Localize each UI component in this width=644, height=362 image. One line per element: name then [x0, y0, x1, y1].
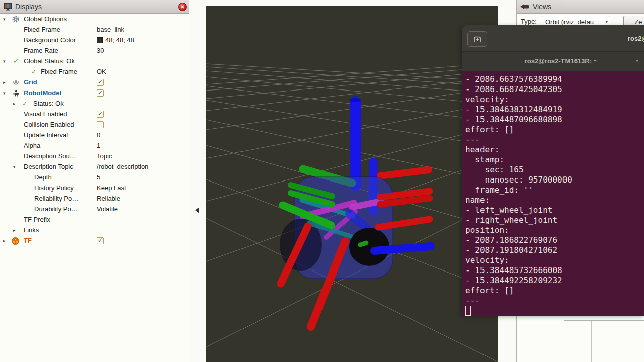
tf-display-icon — [12, 237, 19, 246]
chevron-down-icon[interactable]: ▾ — [13, 164, 16, 169]
terminal-line: - 15.384638312484919 — [465, 105, 644, 115]
view-type-value: Orbit (rviz_defau — [545, 18, 594, 26]
row-label: Visual Enabled — [24, 110, 67, 118]
robot-icon — [13, 89, 20, 98]
terminal-window-title: ros2@ — [628, 35, 644, 42]
terminal-cursor — [465, 306, 471, 316]
terminal-line: position: — [465, 225, 644, 235]
views-list-border — [516, 320, 644, 321]
visual-enabled-checkbox[interactable]: ✓ — [97, 111, 104, 118]
terminal-line: header: — [465, 145, 644, 155]
terminal-tab-bar[interactable]: ros2@ros2-TM1613R: ~ ▾ — [462, 51, 644, 71]
terminal-line: - 15.384485732666008 — [465, 265, 644, 276]
row-label: Grid — [24, 78, 37, 86]
row-label: History Policy — [34, 184, 74, 192]
row-label: Description Topic — [24, 163, 73, 170]
terminal-line: --- — [465, 135, 644, 145]
terminal-line: - 2087.191804271062 — [465, 245, 644, 255]
row-value[interactable]: Reliable — [97, 195, 120, 202]
row-value[interactable]: Volatile — [97, 205, 118, 213]
grid-display-icon — [12, 79, 20, 87]
terminal-output[interactable]: - 2086.6637576389994- 2086.6687425042305… — [462, 71, 644, 316]
panel-bottom-divider — [0, 350, 206, 350]
row-label: Update Interval — [24, 131, 68, 139]
row-label: Global Status: Ok — [24, 57, 75, 65]
row-value[interactable]: 0 — [97, 131, 100, 139]
row-value[interactable]: /robot_description — [97, 163, 148, 170]
displays-panel-title: Displays — [15, 3, 42, 11]
check-icon: ✓ — [13, 57, 19, 65]
check-icon: ✓ — [31, 68, 37, 75]
grid-enabled-checkbox[interactable]: ✓ — [97, 79, 104, 86]
terminal-window[interactable]: ros2@ ros2@ros2-TM1613R: ~ ▾ - 2086.6637… — [462, 25, 644, 316]
color-swatch[interactable] — [97, 37, 103, 43]
terminal-tab-title[interactable]: ros2@ros2-TM1613R: ~ — [518, 57, 604, 65]
row-value[interactable]: Keep Last — [97, 184, 126, 192]
row-label: Durability Po… — [34, 205, 78, 213]
collision-enabled-checkbox[interactable] — [97, 121, 104, 128]
3d-viewport[interactable] — [206, 6, 498, 362]
views-panel-header[interactable]: Views — [517, 0, 644, 14]
terminal-line: - 2087.186822769076 — [465, 235, 644, 245]
chevron-down-icon[interactable]: ▾ — [636, 58, 638, 63]
render-scene — [206, 6, 498, 362]
row-label: Depth — [34, 173, 52, 181]
chevron-down-icon[interactable]: ▾ — [3, 17, 6, 22]
row-label: TF Prefix — [24, 216, 50, 223]
chevron-right-icon[interactable]: ▸ — [13, 228, 16, 233]
chevron-right-icon[interactable]: ▸ — [13, 101, 16, 106]
row-label: Fixed Frame — [41, 68, 77, 75]
terminal-line: frame_id: '' — [465, 185, 644, 195]
row-value: OK — [97, 68, 106, 75]
row-label: Global Options — [24, 15, 67, 23]
views-camera-icon — [520, 3, 530, 12]
terminal-line: velocity: — [465, 95, 644, 105]
terminal-line: nanosec: 957000000 — [465, 175, 644, 185]
row-value[interactable]: 48; 48; 48 — [105, 36, 134, 44]
row-value[interactable]: base_link — [97, 26, 124, 33]
displays-panel: Displays ✕ ▾ Global Options Fixed Frame … — [0, 0, 189, 362]
row-value[interactable]: 1 — [97, 142, 100, 149]
row-value[interactable]: Topic — [97, 152, 112, 160]
row-label: Fixed Frame — [24, 26, 60, 33]
views-panel-title: Views — [533, 3, 551, 11]
row-label: Reliability Po… — [34, 195, 78, 202]
terminal-line: - 15.384492258209232 — [465, 276, 644, 286]
terminal-line: - 15.384487096680898 — [465, 115, 644, 125]
terminal-line: --- — [465, 296, 644, 306]
row-label: Collision Enabled — [24, 121, 74, 128]
displays-icon — [4, 3, 12, 13]
row-label: Background Color — [24, 36, 76, 44]
terminal-line: velocity: — [465, 255, 644, 265]
terminal-titlebar[interactable]: ros2@ — [462, 25, 644, 51]
row-label: TF — [24, 237, 32, 244]
row-label: Alpha — [24, 142, 40, 149]
collapse-panel-arrow-icon[interactable] — [195, 207, 199, 213]
displays-panel-header[interactable]: Displays ✕ — [0, 0, 189, 14]
chevron-right-icon[interactable]: ▸ — [3, 80, 6, 85]
close-icon[interactable]: ✕ — [178, 3, 187, 11]
panel-splitter[interactable] — [189, 0, 206, 362]
check-icon: ✓ — [22, 100, 28, 107]
terminal-line: sec: 165 — [465, 165, 644, 175]
row-label: Links — [24, 226, 39, 234]
terminal-line: - left_wheel_joint — [465, 205, 644, 215]
chevron-right-icon[interactable]: ▸ — [3, 238, 6, 243]
chevron-down-icon[interactable]: ▾ — [3, 90, 6, 96]
row-label: RobotModel — [24, 89, 61, 97]
tf-enabled-checkbox[interactable]: ✓ — [97, 237, 104, 244]
terminal-line: effort: [] — [465, 125, 644, 135]
row-value[interactable]: 5 — [97, 173, 100, 181]
terminal-line: stamp: — [465, 155, 644, 165]
row-label: Status: Ok — [33, 100, 64, 107]
row-label: Frame Rate — [24, 47, 58, 54]
terminal-line: effort: [] — [465, 286, 644, 296]
property-column-divider[interactable] — [95, 14, 95, 350]
chevron-down-icon[interactable]: ▾ — [3, 59, 6, 64]
robotmodel-enabled-checkbox[interactable]: ✓ — [97, 89, 104, 97]
terminal-line: - 2086.6637576389994 — [465, 74, 644, 84]
row-value[interactable]: 30 — [97, 47, 104, 54]
terminal-line: - 2086.6687425042305 — [465, 84, 644, 95]
rviz-window: Displays ✕ ▾ Global Options Fixed Frame … — [0, 0, 644, 362]
new-tab-button[interactable] — [467, 31, 487, 47]
